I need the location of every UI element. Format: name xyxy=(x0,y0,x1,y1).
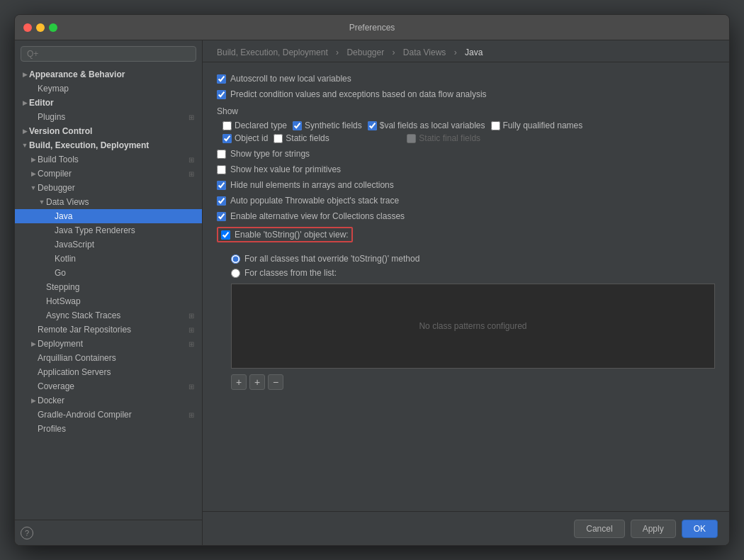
sidebar-item-keymap[interactable]: Keymap xyxy=(15,82,202,96)
sidebar-item-arquillian[interactable]: Arquillian Containers xyxy=(15,351,202,365)
sidebar-item-label: Plugins xyxy=(38,112,65,122)
search-input[interactable] xyxy=(21,46,196,62)
fully-qualified-checkbox[interactable] xyxy=(491,121,500,130)
sidebar-item-label: Gradle-Android Compiler xyxy=(38,410,132,420)
sidebar-item-docker[interactable]: ▶ Docker xyxy=(15,393,202,408)
enable-tostring-highlighted: Enable 'toString()' object view: xyxy=(217,227,353,242)
radio-from-list-label: For classes from the list: xyxy=(244,268,337,278)
sidebar-item-label: Java xyxy=(55,211,72,221)
external-link-icon: ⊞ xyxy=(186,410,196,420)
autoscroll-checkbox[interactable] xyxy=(217,74,226,84)
sidebar-item-appearance[interactable]: ▶ Appearance & Behavior xyxy=(15,67,202,82)
sidebar-item-label: Async Stack Traces xyxy=(46,310,120,320)
external-link-icon: ⊞ xyxy=(186,310,196,320)
sidebar-item-java[interactable]: Java xyxy=(15,209,202,223)
sidebar-item-label: Stepping xyxy=(46,282,79,292)
chevron-placeholder xyxy=(38,283,46,291)
ok-button[interactable]: OK xyxy=(682,520,718,538)
sidebar-item-coverage[interactable]: Coverage ⊞ xyxy=(15,379,202,393)
add-icon: + xyxy=(236,376,242,388)
show-type-strings-checkbox[interactable] xyxy=(217,150,226,159)
sidebar-item-debugger[interactable]: ▼ Debugger xyxy=(15,181,202,195)
sidebar-item-label: Kotlin xyxy=(55,254,76,264)
chevron-right-icon: ▶ xyxy=(29,340,38,348)
sidebar-item-build-tools[interactable]: ▶ Build Tools ⊞ xyxy=(15,152,202,167)
enable-alt-view-checkbox[interactable] xyxy=(217,212,226,221)
sidebar-item-profiles[interactable]: Profiles xyxy=(15,422,202,436)
sidebar-item-kotlin[interactable]: Kotlin xyxy=(15,252,202,266)
object-id-checkbox[interactable] xyxy=(222,134,232,143)
auto-populate-checkbox[interactable] xyxy=(217,196,226,206)
traffic-lights xyxy=(23,23,57,32)
synthetic-fields-label: Synthetic fields xyxy=(305,121,362,130)
chevron-down-icon: ▼ xyxy=(29,184,38,192)
sidebar-item-async-stack-traces[interactable]: Async Stack Traces ⊞ xyxy=(15,308,202,323)
show-type-strings-label: Show type for strings xyxy=(230,149,310,159)
radio-from-list[interactable] xyxy=(231,269,240,278)
show-hex-checkbox[interactable] xyxy=(217,165,226,174)
sidebar-item-version-control[interactable]: ▶ Version Control xyxy=(15,124,202,138)
breadcrumb-part-2: Debugger xyxy=(346,47,384,57)
remove-pattern-button[interactable]: − xyxy=(268,374,283,390)
sidebar-item-label: JavaScript xyxy=(55,240,94,250)
radio-all-classes[interactable] xyxy=(231,254,240,264)
static-fields-checkbox[interactable] xyxy=(274,134,283,143)
close-button[interactable] xyxy=(23,23,32,32)
sidebar-item-label: HotSwap xyxy=(46,296,81,306)
sidebar-item-application-servers[interactable]: Application Servers xyxy=(15,365,202,379)
hide-null-checkbox[interactable] xyxy=(217,181,226,190)
chevron-placeholder xyxy=(29,410,38,419)
sidebar-item-deployment[interactable]: ▶ Deployment ⊞ xyxy=(15,337,202,351)
chevron-right-icon: ▶ xyxy=(29,155,38,164)
sidebar-item-gradle-android[interactable]: Gradle-Android Compiler ⊞ xyxy=(15,408,202,422)
sidebar-item-compiler[interactable]: ▶ Compiler ⊞ xyxy=(15,167,202,181)
apply-button[interactable]: Apply xyxy=(631,520,676,538)
enable-alt-view-label: Enable alternative view for Collections … xyxy=(230,211,405,221)
show-hex-row: Show hex value for primitives xyxy=(217,164,715,174)
external-link-icon: ⊞ xyxy=(186,169,196,179)
static-final-fields-checkbox[interactable] xyxy=(407,134,416,143)
enable-alt-view-row: Enable alternative view for Collections … xyxy=(217,211,715,221)
cancel-button[interactable]: Cancel xyxy=(574,520,624,538)
declared-type-checkbox[interactable] xyxy=(222,121,232,130)
main-panel: Build, Execution, Deployment › Debugger … xyxy=(203,40,729,545)
sidebar-item-data-views[interactable]: ▼ Data Views xyxy=(15,195,202,209)
add-pattern-button[interactable]: + xyxy=(231,374,247,390)
enable-tostring-checkbox[interactable] xyxy=(221,230,230,240)
sidebar-item-javascript[interactable]: JavaScript xyxy=(15,237,202,252)
sidebar-item-build-execution[interactable]: ▼ Build, Execution, Deployment xyxy=(15,138,202,152)
chevron-placeholder xyxy=(29,368,38,376)
sidebar-item-plugins[interactable]: Plugins ⊞ xyxy=(15,110,202,124)
static-fields-col: Static fields xyxy=(274,133,401,143)
chevron-down-icon: ▼ xyxy=(38,198,46,206)
add-alt-icon: + xyxy=(254,376,260,388)
add-pattern-alt-button[interactable]: + xyxy=(249,374,265,390)
minimize-button[interactable] xyxy=(36,23,45,32)
sidebar-item-go[interactable]: Go xyxy=(15,266,202,280)
chevron-placeholder xyxy=(29,425,38,433)
hide-null-label: Hide null elements in arrays and collect… xyxy=(230,180,394,190)
sidebar-item-stepping[interactable]: Stepping xyxy=(15,280,202,294)
predict-condition-checkbox[interactable] xyxy=(217,90,226,99)
help-button[interactable]: ? xyxy=(21,527,33,539)
sidebar-item-editor[interactable]: ▶ Editor xyxy=(15,96,202,110)
search-box xyxy=(15,40,202,67)
sidebar-tree: ▶ Appearance & Behavior Keymap ▶ Editor … xyxy=(15,67,202,520)
sidebar-item-java-type-renderers[interactable]: Java Type Renderers xyxy=(15,223,202,237)
sidebar-item-hotswap[interactable]: HotSwap xyxy=(15,294,202,308)
sidebar-item-label: Version Control xyxy=(29,126,92,136)
sidebar-item-remote-jar-repos[interactable]: Remote Jar Repositories ⊞ xyxy=(15,323,202,337)
val-fields-checkbox[interactable] xyxy=(368,121,377,130)
show-title: Show xyxy=(217,106,715,116)
external-link-icon: ⊞ xyxy=(186,112,196,122)
list-toolbar: + + − xyxy=(217,374,715,390)
predict-condition-label: Predict condition values and exceptions … xyxy=(230,89,487,99)
sidebar-item-label: Go xyxy=(55,268,66,278)
sidebar-item-label: Build, Execution, Deployment xyxy=(29,140,149,150)
chevron-right-icon: ▶ xyxy=(29,169,38,178)
sidebar: ▶ Appearance & Behavior Keymap ▶ Editor … xyxy=(15,40,203,545)
synthetic-fields-checkbox[interactable] xyxy=(293,121,302,130)
val-fields-label: $val fields as local variables xyxy=(380,121,485,130)
maximize-button[interactable] xyxy=(49,23,57,32)
sidebar-item-label: Deployment xyxy=(38,339,83,349)
